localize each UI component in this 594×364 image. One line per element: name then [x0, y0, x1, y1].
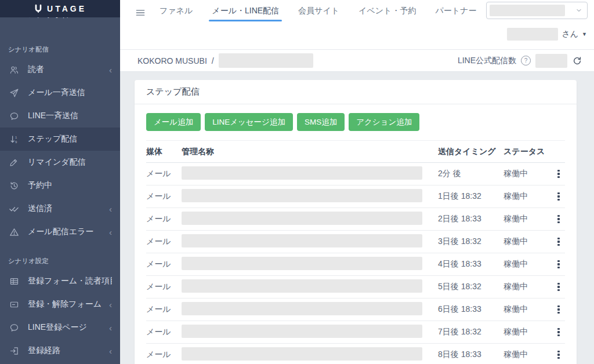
add-action-button[interactable]: アクション追加 — [349, 113, 419, 131]
chevron-left-icon: ‹ — [109, 347, 112, 355]
chevron-left-icon: ‹ — [109, 323, 112, 332]
list-icon — [8, 17, 20, 20]
users-icon — [8, 64, 20, 75]
sign-in-icon — [8, 345, 20, 356]
header-media: 媒体 — [146, 141, 182, 163]
table-row: メール 8日後 18:33 稼働中 — [146, 344, 565, 364]
sidebar-item-mail-broadcast[interactable]: メール一斉送信 — [0, 81, 120, 104]
sidebar-item-line-broadcast[interactable]: LINE一斉送信 — [0, 104, 120, 128]
redacted-step-name — [182, 257, 422, 270]
name-cell — [182, 231, 438, 253]
status-cell: 稼働中 — [504, 344, 552, 364]
steps-table: 媒体 管理名称 送信タイミング ステータス メール 2分 後 — [146, 140, 565, 364]
status-cell: 稼働中 — [504, 185, 552, 208]
timing-cell: 6日後 18:33 — [438, 299, 504, 321]
sidebar-item-registration-form-fields[interactable]: 登録フォーム・読者項目 — [0, 270, 120, 293]
timing-cell: 5日後 18:32 — [438, 276, 504, 299]
sidebar-item-register-unsubscribe-form[interactable]: 登録・解除フォーム ‹ — [0, 293, 120, 316]
chevron-left-icon: ‹ — [109, 65, 112, 74]
add-sms-button[interactable]: SMS追加 — [297, 113, 345, 131]
tab-member-site[interactable]: 会員サイト — [297, 3, 341, 23]
add-mail-button[interactable]: メール追加 — [146, 113, 201, 131]
redacted-line-count — [535, 54, 567, 68]
account-select[interactable] — [486, 2, 588, 19]
sidebar-item-step-delivery[interactable]: 1 9 ステップ配信 — [0, 128, 120, 151]
header-timing: 送信タイミング — [438, 141, 504, 163]
warning-icon — [8, 226, 20, 238]
media-cell: メール — [146, 344, 182, 364]
add-line-message-button[interactable]: LINEメッセージ追加 — [205, 113, 293, 131]
sub-header: KOKORO MUSUBI / LINE公式配信数 ? — [120, 50, 594, 72]
kebab-menu-icon[interactable] — [552, 236, 565, 248]
sidebar-item-label: 登録経路 — [28, 345, 109, 356]
sidebar: UTAGE シナリオ管理 シナリオ配信 読者 ‹ — [0, 0, 120, 364]
kebab-menu-icon[interactable] — [552, 168, 565, 180]
sidebar-item-label: LINE登録ページ — [28, 322, 109, 333]
table-row: メール 2分 後 稼働中 — [146, 163, 565, 185]
kebab-menu-icon[interactable] — [552, 191, 565, 203]
logo-text: UTAGE — [47, 4, 86, 13]
timing-cell: 8日後 18:33 — [438, 344, 504, 364]
timing-cell: 4日後 18:33 — [438, 253, 504, 276]
sidebar-item-reminder-delivery[interactable]: リマインダ配信 — [0, 151, 120, 174]
svg-text:9: 9 — [15, 140, 17, 143]
sidebar-item-label: シナリオ管理 — [28, 17, 112, 20]
step-delivery-panel: ステップ配信 メール追加 LINEメッセージ追加 SMS追加 アクション追加 媒… — [135, 80, 577, 364]
utage-logo-icon — [34, 3, 43, 14]
media-cell: メール — [146, 321, 182, 344]
sidebar-item-label: ステップ配信 — [28, 134, 112, 144]
tab-funnel[interactable]: ファネル — [158, 3, 194, 23]
send-icon — [8, 87, 20, 99]
media-cell: メール — [146, 163, 182, 185]
table-row: メール 6日後 18:33 稼働中 — [146, 299, 565, 321]
media-cell: メール — [146, 253, 182, 276]
name-cell — [182, 253, 438, 276]
tab-mail-line-delivery[interactable]: メール・LINE配信 — [211, 3, 280, 23]
redacted-step-name — [182, 347, 422, 361]
sidebar-item-label: 読者 — [28, 64, 109, 75]
sidebar-item-scheduled[interactable]: 予約中 — [0, 174, 120, 197]
panel-title: ステップ配信 — [135, 80, 577, 104]
redacted-step-name — [182, 279, 422, 293]
kebab-menu-icon[interactable] — [552, 304, 565, 316]
add-buttons-row: メール追加 LINEメッセージ追加 SMS追加 アクション追加 — [146, 113, 565, 131]
redacted-step-name — [182, 302, 422, 315]
sidebar-item-clipped[interactable]: シナリオ管理 — [0, 17, 120, 26]
name-cell — [182, 344, 438, 364]
hamburger-menu-icon[interactable] — [134, 6, 147, 19]
redacted-user-name — [507, 28, 558, 41]
sidebar-item-mail-error[interactable]: メール配信エラー ‹ — [0, 220, 120, 243]
timing-cell: 7日後 18:32 — [438, 321, 504, 344]
app-tabs-row: ファネル メール・LINE配信 会員サイト イベント・予約 パートナー AIアシ… — [120, 0, 594, 26]
kebab-menu-icon[interactable] — [552, 213, 565, 225]
sidebar-item-line-registration-page[interactable]: LINE登録ページ ‹ — [0, 316, 120, 339]
history-icon — [8, 180, 20, 191]
tab-partner[interactable]: パートナー — [434, 3, 477, 23]
kebab-menu-icon[interactable] — [552, 259, 565, 271]
top-bar: ファネル メール・LINE配信 会員サイト イベント・予約 パートナー AIアシ… — [120, 0, 594, 50]
name-cell — [182, 321, 438, 344]
sidebar-item-registration-route[interactable]: 登録経路 ‹ — [0, 339, 120, 362]
sidebar-item-readers[interactable]: 読者 ‹ — [0, 58, 120, 81]
table-header-row: 媒体 管理名称 送信タイミング ステータス — [146, 141, 565, 163]
chevron-down-icon — [575, 7, 582, 14]
redacted-step-name — [182, 212, 422, 225]
table-row: メール 2日後 18:33 稼働中 — [146, 208, 565, 231]
double-check-icon — [8, 203, 20, 214]
tab-event-reservation[interactable]: イベント・予約 — [357, 3, 417, 23]
breadcrumb-root[interactable]: KOKORO MUSUBI — [137, 56, 207, 65]
sort-numeric-icon: 1 9 — [8, 133, 20, 145]
refresh-icon[interactable] — [572, 56, 582, 66]
logo-bar[interactable]: UTAGE — [0, 0, 120, 17]
status-cell: 稼働中 — [504, 163, 552, 185]
form-icon — [8, 299, 20, 310]
user-menu[interactable]: さん ▼ — [507, 28, 587, 41]
redacted-step-name — [182, 189, 422, 202]
kebab-menu-icon[interactable] — [552, 326, 565, 338]
sidebar-item-sent[interactable]: 送信済 ‹ — [0, 197, 120, 220]
help-icon[interactable]: ? — [521, 56, 531, 65]
sidebar-item-label: メール配信エラー — [28, 227, 109, 237]
kebab-menu-icon[interactable] — [552, 281, 565, 293]
table-row: メール 4日後 18:33 稼働中 — [146, 253, 565, 276]
kebab-menu-icon[interactable] — [552, 349, 565, 361]
